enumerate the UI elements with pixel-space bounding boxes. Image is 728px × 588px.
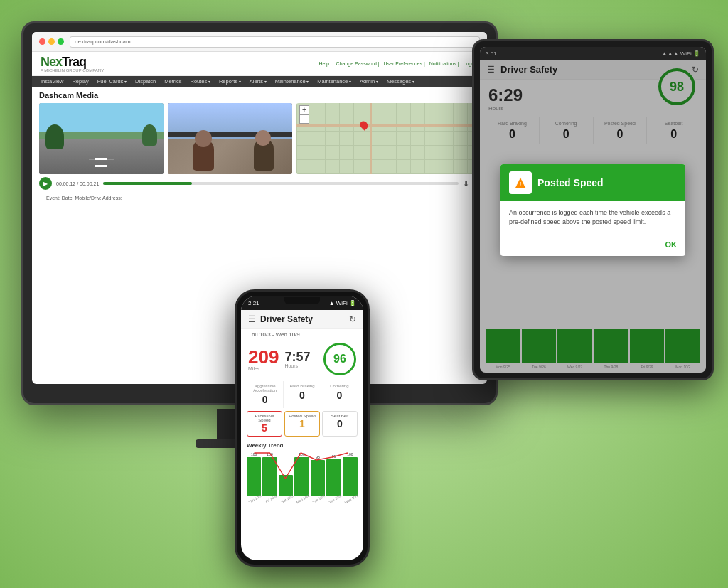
phone-screen: 2:21 ▲ WiFi 🔋 ☰ Driver Safety ↻ Thu 10/3… bbox=[241, 296, 363, 560]
map-zoom-plus[interactable]: + bbox=[299, 105, 309, 114]
phone-chart-area: 100 Thu 10/3 100 Fri 10/4 Sat 10 bbox=[247, 451, 358, 501]
trend-line-svg bbox=[247, 451, 358, 501]
nav-admin[interactable]: Admin bbox=[360, 78, 378, 85]
phone-metric-cornering: Cornering 0 bbox=[321, 381, 358, 408]
map-tiles bbox=[296, 103, 480, 174]
phone-date-range: Thu 10/3 - Wed 10/9 bbox=[241, 329, 363, 340]
phone-metric-grid: Aggressive Acceleration 0 Hard Braking 0… bbox=[247, 381, 358, 408]
phone-alert-seatbelt: Seat Belt 0 bbox=[322, 411, 358, 437]
nextraq-logo: NexTraq bbox=[41, 55, 104, 70]
progress-bar[interactable] bbox=[103, 182, 459, 185]
nextraq-links: Help | Change Password | User Preference… bbox=[316, 61, 478, 66]
phone-trend: Weekly Trend 100 Thu 10/3 100 Fri 10/4 bbox=[241, 439, 363, 504]
date-label: Date: bbox=[62, 196, 74, 201]
nav-maintenance2[interactable]: Maintenance bbox=[317, 78, 351, 85]
nextraq-header: NexTraq A MICHELIN GROUP COMPANY Help | … bbox=[32, 52, 487, 76]
phone-time: 2:21 bbox=[248, 300, 259, 306]
nav-alerts[interactable]: Alerts bbox=[250, 78, 267, 85]
tablet: 3:51 ▲▲▲ WiFi 🔋 ☰ Driver Safety ↻ 98 6:2… bbox=[472, 39, 714, 380]
phone: 2:21 ▲ WiFi 🔋 ☰ Driver Safety ↻ Thu 10/3… bbox=[235, 289, 370, 567]
nextraq-logo-sub: A MICHELIN GROUP COMPANY bbox=[41, 68, 104, 73]
phone-notch bbox=[284, 297, 320, 304]
help-link[interactable]: Help bbox=[318, 61, 328, 66]
nav-messages[interactable]: Messages bbox=[387, 78, 414, 85]
popup-header: ! Posted Speed bbox=[500, 164, 685, 201]
play-button[interactable]: ▶ bbox=[39, 177, 52, 190]
phone-stats: 209 Miles 7:57 Hours 96 bbox=[241, 340, 363, 378]
popup-overlay: ! Posted Speed An occurrence is logged e… bbox=[480, 47, 706, 373]
phone-signal-icons: ▲ WiFi 🔋 bbox=[329, 300, 356, 306]
phone-body: 2:21 ▲ WiFi 🔋 ☰ Driver Safety ↻ Thu 10/3… bbox=[235, 289, 370, 567]
braking-value: 0 bbox=[285, 390, 318, 401]
nav-reports[interactable]: Reports bbox=[219, 78, 241, 85]
road-view bbox=[39, 103, 164, 174]
minimize-button-icon[interactable] bbox=[48, 38, 55, 45]
phone-alert-excessive: Excessive Speed 5 bbox=[247, 411, 282, 437]
phone-cornering-value: 0 bbox=[323, 390, 356, 401]
user-preferences-link[interactable]: User Preferences bbox=[384, 61, 422, 66]
event-label: Event: bbox=[46, 196, 60, 201]
phone-trend-title: Weekly Trend bbox=[247, 442, 358, 449]
phone-hours-label: Hours bbox=[284, 363, 310, 368]
phone-refresh-icon[interactable]: ↻ bbox=[349, 314, 356, 324]
nav-replay[interactable]: Replay bbox=[72, 78, 88, 85]
excessive-speed-value: 5 bbox=[250, 422, 279, 434]
timecode: 00:00:12 / 00:00:21 bbox=[56, 181, 99, 186]
download-icon[interactable]: ⬇ bbox=[463, 179, 469, 188]
nav-routes[interactable]: Routes bbox=[190, 78, 210, 85]
posted-speed-value2: 1 bbox=[287, 418, 317, 429]
popup-speed-icon: ! bbox=[509, 171, 532, 194]
popup-body: An occurrence is logged each time the ve… bbox=[500, 201, 685, 235]
tablet-body: 3:51 ▲▲▲ WiFi 🔋 ☰ Driver Safety ↻ 98 6:2… bbox=[472, 39, 714, 380]
video-controls: ▶ 00:00:12 / 00:00:21 ⬇ ⬆ bbox=[39, 174, 480, 193]
event-info: Event: Date: Mobile/Driv: Address: bbox=[39, 193, 480, 203]
phone-cornering-label: Cornering bbox=[323, 384, 356, 388]
dashcam-map[interactable]: + − bbox=[296, 103, 480, 174]
progress-fill bbox=[103, 182, 192, 185]
accel-value: 0 bbox=[248, 394, 282, 405]
play-icon: ▶ bbox=[43, 181, 48, 187]
braking-label: Hard Braking bbox=[285, 384, 318, 388]
phone-metric-braking: Hard Braking 0 bbox=[284, 381, 320, 408]
dashcam-cabin-video[interactable] bbox=[168, 103, 292, 174]
accel-label: Aggressive Acceleration bbox=[248, 384, 282, 392]
browser-chrome: nextraq.com/dashcam bbox=[32, 32, 487, 52]
close-button-icon[interactable] bbox=[39, 38, 46, 45]
svg-text:!: ! bbox=[520, 181, 522, 188]
phone-header: ☰ Driver Safety ↻ bbox=[241, 310, 363, 329]
address-bar[interactable]: nextraq.com/dashcam bbox=[70, 36, 480, 48]
notifications-link[interactable]: Notifications bbox=[429, 61, 456, 66]
phone-hours-stat: 7:57 Hours bbox=[284, 351, 310, 368]
phone-app-title: Driver Safety bbox=[260, 314, 345, 324]
change-password-link[interactable]: Change Password bbox=[336, 61, 377, 66]
maximize-button-icon[interactable] bbox=[58, 38, 64, 45]
phone-score-circle: 96 bbox=[323, 343, 356, 375]
phone-metric-accel: Aggressive Acceleration 0 bbox=[247, 381, 283, 408]
popup-footer: OK bbox=[500, 235, 685, 256]
popup-ok-button[interactable]: OK bbox=[665, 240, 678, 249]
phone-hours-value: 7:57 bbox=[284, 351, 310, 363]
nav-instaview[interactable]: InstaView bbox=[41, 78, 63, 85]
map-zoom-minus[interactable]: − bbox=[299, 114, 309, 124]
dashcam-title: Dashcam Media bbox=[39, 91, 480, 100]
address-label: Address: bbox=[102, 196, 122, 201]
dashcam-section: Dashcam Media bbox=[32, 87, 487, 208]
phone-alert-posted: Posted Speed 1 bbox=[284, 411, 320, 437]
mobile-label: Mobile/Driv: bbox=[75, 196, 102, 201]
phone-hamburger-icon[interactable]: ☰ bbox=[248, 314, 256, 324]
nav-bar: InstaView Replay Fuel Cards Dispatch Met… bbox=[32, 76, 487, 87]
phone-miles-stat: 209 Miles bbox=[248, 348, 279, 371]
nextraq-logo-area: NexTraq A MICHELIN GROUP COMPANY bbox=[41, 55, 104, 73]
excessive-speed-label: Excessive Speed bbox=[250, 414, 279, 422]
cabin-view bbox=[168, 103, 292, 174]
phone-miles-value: 209 bbox=[248, 348, 279, 366]
nav-maintenance[interactable]: Maintenance bbox=[275, 78, 309, 85]
nav-metrics[interactable]: Metrics bbox=[164, 78, 181, 85]
dashcam-road-video[interactable] bbox=[39, 103, 164, 174]
address-text: nextraq.com/dashcam bbox=[75, 38, 131, 45]
nav-fuel-cards[interactable]: Fuel Cards bbox=[97, 78, 127, 85]
popup-title: Posted Speed bbox=[537, 177, 604, 188]
traffic-lights bbox=[39, 38, 64, 45]
popup-dialog: ! Posted Speed An occurrence is logged e… bbox=[500, 164, 685, 256]
nav-dispatch[interactable]: Dispatch bbox=[135, 78, 156, 85]
